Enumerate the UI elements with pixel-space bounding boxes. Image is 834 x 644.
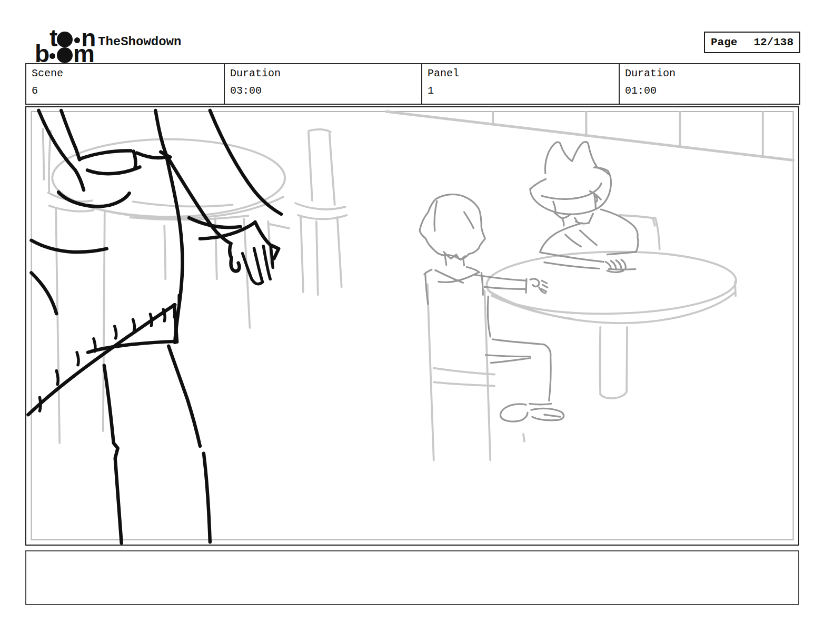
character-boy: [420, 194, 564, 421]
background-table-main: [486, 215, 737, 398]
caption-box: [25, 550, 799, 605]
storyboard-page: t n b m TheShowdown Page 12/138 Scene 6 …: [0, 0, 834, 644]
foreground-figure: [28, 110, 282, 543]
panel-duration-value: 01:00: [625, 84, 794, 98]
project-title: TheShowdown: [98, 35, 181, 49]
scene-info-row: Scene 6 Duration 03:00 Panel 1 Duration …: [25, 63, 800, 105]
scene-duration-label: Duration: [230, 67, 416, 80]
scene-cell: Scene 6: [25, 63, 224, 105]
storyboard-panel-frame: [25, 106, 799, 546]
scene-value: 6: [32, 84, 219, 98]
storyboard-sketch: [26, 107, 798, 545]
logo-big-dot-icon: [57, 47, 73, 63]
logo-letter-t: t: [49, 30, 56, 46]
boy-chair: [428, 284, 524, 460]
background-table-left: [43, 129, 346, 443]
panel-duration-cell: Duration 01:00: [619, 63, 800, 105]
scene-duration-cell: Duration 03:00: [224, 63, 421, 105]
page-label: Page: [711, 36, 737, 48]
panel-cell: Panel 1: [421, 63, 619, 105]
logo-letter-m: m: [73, 46, 94, 62]
panel-duration-label: Duration: [625, 67, 794, 80]
logo-small-dot-icon: [49, 53, 55, 59]
scene-label: Scene: [32, 67, 219, 80]
panel-label: Panel: [428, 67, 613, 80]
logo-line-boom: b m: [35, 44, 94, 63]
panel-value: 1: [428, 84, 613, 98]
logo-letter-b: b: [35, 46, 48, 62]
page-value: 12/138: [753, 36, 793, 48]
page-number-box: Page 12/138: [704, 32, 800, 53]
scene-duration-value: 03:00: [230, 84, 416, 98]
